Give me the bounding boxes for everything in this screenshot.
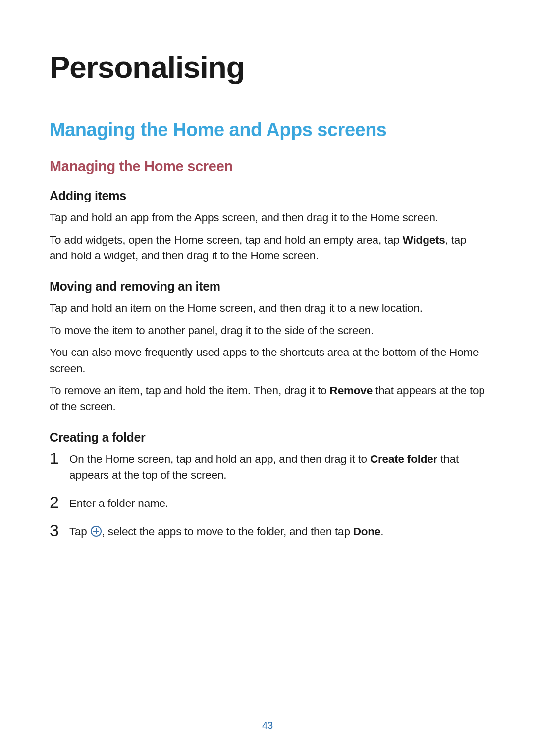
paragraph: Tap and hold an app from the Apps screen… xyxy=(50,210,485,226)
paragraph: To add widgets, open the Home screen, ta… xyxy=(50,232,485,264)
step-3: 3 Tap , select the apps to move to the f… xyxy=(50,524,485,540)
page-number: 43 xyxy=(0,720,535,731)
paragraph: To move the item to another panel, drag … xyxy=(50,323,485,339)
bold-create-folder: Create folder xyxy=(370,453,437,465)
step-list: 1 On the Home screen, tap and hold an ap… xyxy=(50,452,485,540)
paragraph: Tap and hold an item on the Home screen,… xyxy=(50,301,485,317)
text-run: To remove an item, tap and hold the item… xyxy=(50,384,330,397)
bold-widgets: Widgets xyxy=(403,234,445,246)
adding-items-section: Adding items Tap and hold an app from th… xyxy=(50,189,485,264)
step-2: 2 Enter a folder name. xyxy=(50,496,485,512)
step-number: 1 xyxy=(50,450,69,466)
step-number: 3 xyxy=(50,522,69,539)
paragraph: You can also move frequently-used apps t… xyxy=(50,345,485,377)
text-run: , select the apps to move to the folder,… xyxy=(102,525,353,538)
creating-folder-section: Creating a folder 1 On the Home screen, … xyxy=(50,430,485,540)
topic-heading-adding: Adding items xyxy=(50,189,485,203)
text-run: On the Home screen, tap and hold an app,… xyxy=(69,453,370,465)
bold-done: Done xyxy=(353,525,380,538)
text-run: . xyxy=(380,525,383,538)
subsection-heading: Managing the Home screen xyxy=(50,158,485,175)
step-body: Tap , select the apps to move to the fol… xyxy=(69,524,485,540)
document-page: Personalising Managing the Home and Apps… xyxy=(0,0,535,756)
text-run: Tap xyxy=(69,525,90,538)
step-number: 2 xyxy=(50,494,69,510)
add-icon xyxy=(91,526,102,537)
moving-removing-section: Moving and removing an item Tap and hold… xyxy=(50,279,485,415)
paragraph: To remove an item, tap and hold the item… xyxy=(50,383,485,415)
step-body: Enter a folder name. xyxy=(69,496,485,512)
section-heading: Managing the Home and Apps screens xyxy=(50,119,485,141)
text-run: To add widgets, open the Home screen, ta… xyxy=(50,234,403,246)
topic-heading-folder: Creating a folder xyxy=(50,430,485,445)
step-1: 1 On the Home screen, tap and hold an ap… xyxy=(50,452,485,484)
bold-remove: Remove xyxy=(330,384,373,397)
page-title: Personalising xyxy=(50,50,485,85)
topic-heading-moving: Moving and removing an item xyxy=(50,279,485,294)
step-body: On the Home screen, tap and hold an app,… xyxy=(69,452,485,484)
